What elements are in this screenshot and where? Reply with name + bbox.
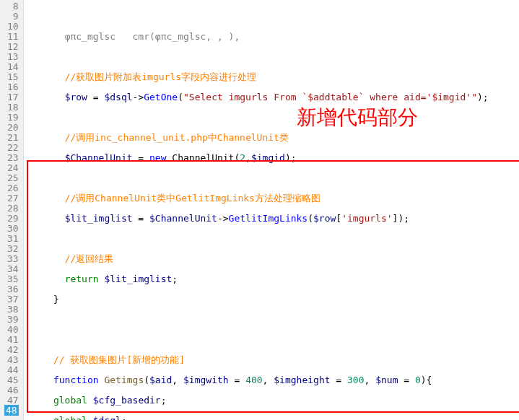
code-line: } [31,294,519,305]
code-line [31,173,519,183]
code-line [31,234,519,244]
code-line: function Getimgs($aid, $imgwith = 400, $… [31,375,519,385]
code-area[interactable]: 新增代码部分 φπc_mglsc cmr(φπc_mglsc, , ), //获… [24,0,519,420]
code-line [31,113,519,123]
code-line: //调用inc_channel_unit.php中ChannelUnit类 [31,133,519,143]
current-line-no: 48 [4,406,19,416]
code-line [31,52,519,62]
code-line: global $cfg_basedir; [31,395,519,406]
code-line: //返回结果 [31,254,519,264]
code-line: return $lit_imglist; [31,274,519,284]
annotation-label: 新增代码部分 [297,113,418,123]
code-line: //获取图片附加表imgurls字段内容进行处理 [31,72,519,82]
code-line [31,315,519,325]
line-no: 8 [4,1,19,12]
code-line: //调用ChannelUnit类中GetlitImgLinks方法处理缩略图 [31,193,519,204]
code-line: // 获取图集图片[新增的功能] [31,355,519,365]
code-line: $row = $dsql->GetOne("Select imgurls Fro… [31,92,519,102]
code-line: $lit_imglist = $ChannelUnit->GetlitImgLi… [31,214,519,224]
code-line: $ChannelUnit = new ChannelUnit(2,$imgid)… [31,153,519,163]
line-gutter: 8910111213141516171819202122232425262728… [0,0,24,420]
code-line: φπc_mglsc cmr(φπc_mglsc, , ), [31,32,519,42]
code-line [31,335,519,345]
code-line: global $dsql; [31,416,519,420]
